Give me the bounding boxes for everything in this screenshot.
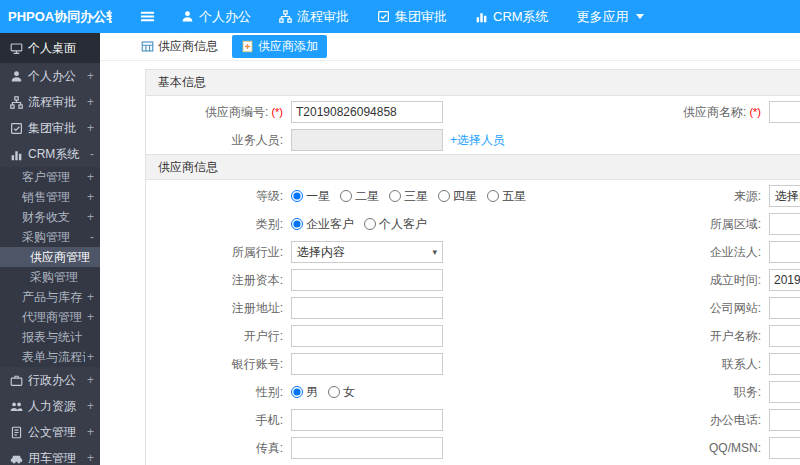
bank-account-input[interactable] <box>291 353 443 375</box>
topnav-item-more-apps[interactable]: 更多应用 <box>563 0 658 33</box>
expand-toggle-icon[interactable]: + <box>85 210 100 224</box>
sidebar-item-official-doc-mgmt[interactable]: 公文管理+ <box>0 419 100 445</box>
topnav-item-personal-office[interactable]: 个人办公 <box>167 0 265 33</box>
level-radio-group-radio-3[interactable] <box>438 190 450 202</box>
sidebar-item-agent-mgmt[interactable]: 代理商管理+ <box>0 307 100 327</box>
expand-toggle-icon[interactable]: + <box>85 451 100 465</box>
hamburger-icon[interactable] <box>140 9 155 24</box>
source-select[interactable]: 选择内容▾ <box>769 185 800 207</box>
expand-toggle-icon[interactable]: - <box>88 230 100 244</box>
level-radio-group-radio-4[interactable] <box>487 190 499 202</box>
field-label: 来源: <box>621 188 769 205</box>
level-radio-group-radio-2[interactable] <box>389 190 401 202</box>
sidebar-item-label: 供应商管理 <box>30 249 100 266</box>
sidebar-item-label: 财务收支 <box>22 209 85 226</box>
topnav-item-crm-system[interactable]: CRM系统 <box>461 0 563 33</box>
form-section-header: 基本信息 <box>146 70 800 96</box>
sidebar-item-hr[interactable]: 人力资源+ <box>0 393 100 419</box>
gender-radio-group-radio-1[interactable] <box>328 386 340 398</box>
expand-toggle-icon[interactable]: + <box>85 350 100 364</box>
supplier-name-input[interactable] <box>769 101 800 123</box>
select-value: 选择内容 <box>775 188 800 205</box>
app-logo: PHPOA协同办公软件 <box>0 8 112 26</box>
gender-radio-group-option-1[interactable]: 女 <box>328 384 355 401</box>
bank-input[interactable] <box>291 325 443 347</box>
job-title-input[interactable] <box>769 381 800 403</box>
category-radio-group-radio-1[interactable] <box>364 218 376 230</box>
sidebar-item-label: CRM系统 <box>28 146 88 163</box>
category-radio-group-option-1[interactable]: 个人客户 <box>364 216 427 233</box>
field-cell <box>769 325 800 347</box>
expand-toggle-icon[interactable]: + <box>85 69 100 83</box>
sidebar-item-purchasing[interactable]: 采购管理 <box>0 267 100 287</box>
sidebar-item-sales-mgmt[interactable]: 销售管理+ <box>0 187 100 207</box>
sidebar-item-group-approval[interactable]: 集团审批+ <box>0 115 100 141</box>
tab-supplier-add[interactable]: 供应商添加 <box>232 35 327 58</box>
level-radio-group-option-2[interactable]: 三星 <box>389 188 428 205</box>
company-website-input[interactable] <box>769 297 800 319</box>
expand-toggle-icon[interactable]: + <box>85 373 100 387</box>
field-label: 供应商名称:(*) <box>621 104 769 121</box>
topnav-item-group-approval[interactable]: 集团审批 <box>363 0 461 33</box>
qq-msn-input[interactable] <box>769 437 800 459</box>
topnav-item-process-approval[interactable]: 流程审批 <box>265 0 363 33</box>
fax-input[interactable] <box>291 437 443 459</box>
business-person-input[interactable] <box>291 129 443 151</box>
sidebar-item-form-flow-settings[interactable]: 表单与流程设置+ <box>0 347 100 367</box>
table-icon <box>141 40 154 53</box>
choose-person-link[interactable]: +选择人员 <box>450 132 505 149</box>
gender-radio-group-radio-0[interactable] <box>291 386 303 398</box>
level-radio-group-option-4[interactable]: 五星 <box>487 188 526 205</box>
expand-toggle-icon[interactable]: - <box>88 147 100 161</box>
expand-toggle-icon[interactable]: + <box>85 190 100 204</box>
expand-toggle-icon[interactable]: + <box>85 310 100 324</box>
form-row: 性别:男女职务: <box>146 378 800 406</box>
tab-label: 供应商添加 <box>258 38 318 55</box>
expand-toggle-icon[interactable]: + <box>85 121 100 135</box>
account-name-input[interactable] <box>769 325 800 347</box>
field-cell <box>291 353 621 375</box>
expand-toggle-icon[interactable]: + <box>85 425 100 439</box>
level-radio-group-radio-0[interactable] <box>291 190 303 202</box>
sidebar-item-product-inventory[interactable]: 产品与库存+ <box>0 287 100 307</box>
expand-toggle-icon[interactable]: + <box>85 399 100 413</box>
registered-address-input[interactable] <box>291 297 443 319</box>
founding-date-input[interactable] <box>769 269 800 291</box>
expand-toggle-icon[interactable]: + <box>85 290 100 304</box>
category-radio-group-radio-0[interactable] <box>291 218 303 230</box>
region-input[interactable] <box>769 213 800 235</box>
supplier-code-input[interactable] <box>291 101 443 123</box>
sidebar-item-personal-office[interactable]: 个人办公+ <box>0 63 100 89</box>
mobile-input[interactable] <box>291 409 443 431</box>
field-label: 企业法人: <box>621 244 769 261</box>
sidebar-item-supplier-mgmt[interactable]: 供应商管理 <box>0 247 100 267</box>
sidebar-item-vehicle-mgmt[interactable]: 用车管理+ <box>0 445 100 465</box>
category-radio-group-option-0[interactable]: 企业客户 <box>291 216 354 233</box>
level-radio-group-radio-1[interactable] <box>340 190 352 202</box>
sidebar-item-desktop[interactable]: 个人桌面 <box>0 33 100 63</box>
field-label-text: 业务人员: <box>232 133 283 147</box>
level-radio-group-option-0[interactable]: 一星 <box>291 188 330 205</box>
level-radio-group-option-1[interactable]: 二星 <box>340 188 379 205</box>
office-phone-input[interactable] <box>769 409 800 431</box>
tab-supplier-info[interactable]: 供应商信息 <box>132 35 227 58</box>
sidebar-item-customer-mgmt[interactable]: 客户管理+ <box>0 167 100 187</box>
expand-toggle-icon[interactable]: + <box>85 95 100 109</box>
nav-item-label: CRM系统 <box>493 8 549 26</box>
sidebar-item-process-approval[interactable]: 流程审批+ <box>0 89 100 115</box>
expand-toggle-icon[interactable]: + <box>85 170 100 184</box>
legal-person-input[interactable] <box>769 241 800 263</box>
contact-person-input[interactable] <box>769 353 800 375</box>
industry-select[interactable]: 选择内容▾ <box>291 241 443 263</box>
registered-capital-input[interactable] <box>291 269 443 291</box>
sidebar-item-finance-inout[interactable]: 财务收支+ <box>0 207 100 227</box>
gender-radio-group-option-0[interactable]: 男 <box>291 384 318 401</box>
field-label: 注册资本: <box>146 272 291 289</box>
sidebar-item-purchase-mgmt[interactable]: 采购管理- <box>0 227 100 247</box>
sidebar-item-reports-stats[interactable]: 报表与统计 <box>0 327 100 347</box>
sidebar-item-admin-office[interactable]: 行政办公+ <box>0 367 100 393</box>
field-cell <box>291 437 621 459</box>
level-radio-group-option-3[interactable]: 四星 <box>438 188 477 205</box>
flow-icon <box>10 96 23 109</box>
sidebar-item-crm-system[interactable]: CRM系统- <box>0 141 100 167</box>
